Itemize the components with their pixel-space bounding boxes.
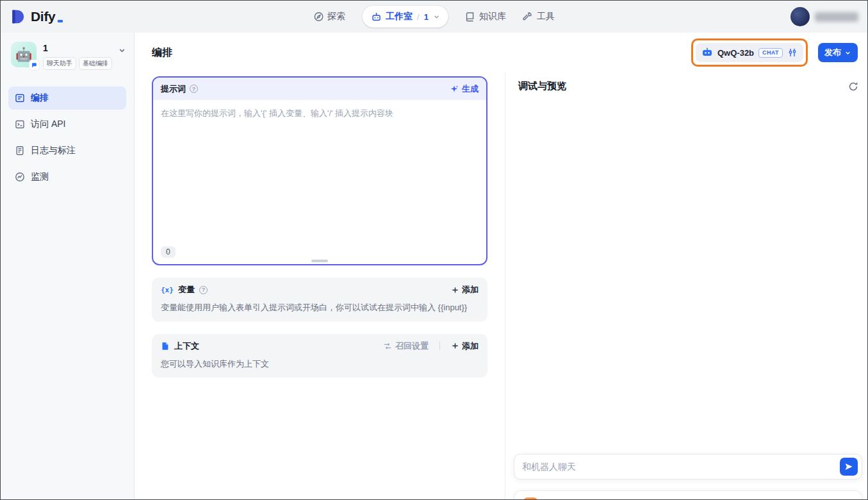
vertical-divider <box>439 342 440 350</box>
wrench-icon <box>523 12 533 22</box>
nav-knowledge-label: 知识库 <box>479 11 506 22</box>
app-switcher-chevron-icon[interactable] <box>118 46 126 54</box>
avatar[interactable] <box>790 7 810 26</box>
model-params-icon[interactable] <box>787 47 798 58</box>
plus-icon <box>451 286 459 294</box>
document-list-icon <box>15 146 25 156</box>
nav-knowledge[interactable]: 知识库 <box>465 11 506 22</box>
terminal-icon <box>15 119 25 129</box>
robot-icon <box>371 12 381 22</box>
app-tags: 聊天助手 基础编排 <box>43 57 112 70</box>
app-name: 1 <box>43 43 112 53</box>
sidebar-item-orchestrate[interactable]: 编排 <box>8 87 126 110</box>
nav-studio-divider: / <box>417 12 420 22</box>
orchestrate-icon <box>15 93 25 103</box>
username-redacted <box>815 12 858 22</box>
book-icon <box>465 12 475 22</box>
prompt-input[interactable] <box>153 100 486 240</box>
dify-logo[interactable]: Dify <box>10 1 63 33</box>
nav-tools-label: 工具 <box>537 11 555 22</box>
generate-button[interactable]: 生成 <box>450 83 479 95</box>
features-banner: 功能已开启 管理 <box>514 490 862 500</box>
sidebar-item-api[interactable]: 访问 API <box>8 113 126 136</box>
main-nav: 探索 工作室 / 1 知识库 <box>313 1 555 33</box>
chevron-down-icon <box>433 13 441 21</box>
debug-title: 调试与预览 <box>518 80 848 92</box>
sidebar-item-monitoring[interactable]: 监测 <box>8 165 126 188</box>
plus-icon <box>451 342 459 350</box>
publish-button[interactable]: 发布 <box>818 43 858 62</box>
debug-panel: 调试与预览 功能已开启 管理 <box>505 72 867 499</box>
model-selector[interactable]: QwQ-32b CHAT <box>696 43 803 62</box>
chevron-down-icon <box>844 49 851 56</box>
add-variable-button[interactable]: 添加 <box>451 284 479 296</box>
variables-card: {x} 变量 添加 变量能使用用户输入表单引入提示词或开场白，你可以试试在提示词… <box>152 278 487 322</box>
dify-app-window: Dify 探索 工作室 / 1 <box>0 0 868 500</box>
generate-label: 生成 <box>462 83 479 95</box>
nav-tools[interactable]: 工具 <box>523 11 555 22</box>
send-button[interactable] <box>840 458 858 476</box>
add-variable-label: 添加 <box>462 284 479 296</box>
orchestrate-editor: 提示词 生成 0 {x} 变量 <box>135 72 505 499</box>
app-icon[interactable]: 🤖 <box>11 42 37 67</box>
model-type-badge: CHAT <box>758 48 783 58</box>
app-card: 🤖 1 聊天助手 基础编排 <box>1 33 134 70</box>
nav-studio-label: 工作室 <box>386 11 413 22</box>
monitoring-icon <box>15 172 25 182</box>
page-title: 编排 <box>152 46 172 60</box>
context-description: 您可以导入知识库作为上下文 <box>161 358 479 371</box>
sidebar-item-label: 编排 <box>31 92 49 104</box>
prompt-card-header: 提示词 生成 <box>153 78 486 100</box>
recall-settings-icon <box>383 342 392 351</box>
resize-handle[interactable] <box>311 260 328 262</box>
sidebar-item-logs[interactable]: 日志与标注 <box>8 139 126 162</box>
char-counter: 0 <box>161 246 176 258</box>
add-context-label: 添加 <box>462 340 479 352</box>
top-header: Dify 探索 工作室 / 1 <box>1 1 867 33</box>
recall-settings-button[interactable]: 召回设置 <box>383 340 429 352</box>
restart-conversation-icon[interactable] <box>848 81 858 92</box>
chat-input[interactable] <box>522 462 840 472</box>
app-orchestration-tag: 基础编排 <box>79 57 112 70</box>
context-card: 上下文 召回设置 添加 您可以导入知识库作为上下文 <box>152 334 487 378</box>
sidebar-item-label: 监测 <box>31 171 49 183</box>
paper-plane-icon <box>844 462 853 471</box>
features-icon <box>523 497 537 500</box>
app-sidebar: 🤖 1 聊天助手 基础编排 编排 <box>1 33 135 499</box>
model-provider-icon <box>701 47 713 58</box>
context-file-icon <box>161 342 170 351</box>
help-icon[interactable] <box>190 85 198 93</box>
chat-bubble-badge-icon <box>29 60 39 70</box>
sidebar-item-label: 访问 API <box>31 119 65 130</box>
account-area[interactable] <box>790 1 858 33</box>
compass-icon <box>313 12 323 22</box>
chat-input-box <box>514 454 862 479</box>
help-icon[interactable] <box>199 286 208 294</box>
publish-label: 发布 <box>824 47 841 58</box>
context-header: 上下文 召回设置 添加 <box>161 340 479 352</box>
dify-logo-icon <box>10 8 26 25</box>
app-meta: 1 聊天助手 基础编排 <box>43 42 112 70</box>
variables-description: 变量能使用用户输入表单引入提示词或开场白，你可以试试在提示词中输入 {{inpu… <box>161 301 479 314</box>
variable-icon: {x} <box>161 286 174 294</box>
editor-toolbar: 编排 QwQ-32b CHAT 发布 <box>135 33 867 72</box>
nav-explore[interactable]: 探索 <box>313 11 345 22</box>
app-mode-tag: 聊天助手 <box>43 57 76 70</box>
sidebar-item-label: 日志与标注 <box>31 145 76 156</box>
variables-title: 变量 <box>178 284 195 296</box>
logo-underscore <box>58 20 63 22</box>
logo-text: Dify <box>31 9 55 24</box>
nav-studio-count: 1 <box>424 12 429 22</box>
sparkle-icon <box>450 85 459 94</box>
prompt-title: 提示词 <box>161 83 186 95</box>
sidebar-menu: 编排 访问 API 日志与标注 监测 <box>1 87 134 188</box>
add-context-button[interactable]: 添加 <box>451 340 479 352</box>
debug-header: 调试与预览 <box>505 72 867 92</box>
variables-header: {x} 变量 添加 <box>161 284 479 296</box>
recall-settings-label: 召回设置 <box>395 340 429 352</box>
nav-explore-label: 探索 <box>327 11 345 22</box>
nav-studio[interactable]: 工作室 / 1 <box>362 6 448 28</box>
annotation-highlight: QwQ-32b CHAT <box>691 38 808 67</box>
context-title: 上下文 <box>174 340 199 352</box>
prompt-card: 提示词 生成 0 <box>152 76 487 265</box>
